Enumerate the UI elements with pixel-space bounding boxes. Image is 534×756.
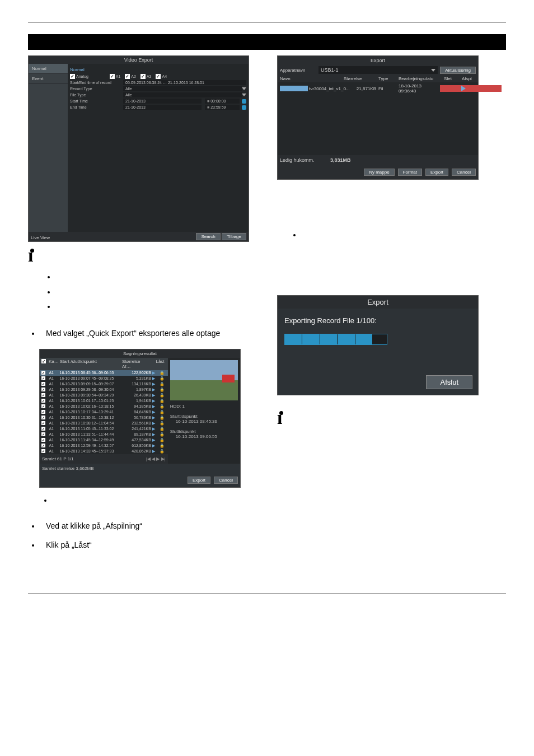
analog-label: Analog [76, 74, 88, 78]
checkbox-row[interactable]: ✓ [41, 388, 45, 391]
checkbox-row[interactable]: ✓ [41, 444, 45, 447]
top-rule [28, 22, 506, 23]
file-icon [280, 86, 308, 91]
pager-nav[interactable]: |◀ ◀ ▶ ▶| [146, 456, 166, 461]
format-button[interactable]: Format [398, 169, 422, 176]
result-row[interactable]: ✓A116-10-2013 14:33:45--15:37:33428,062K… [40, 449, 168, 454]
chevron-down-icon [431, 69, 435, 72]
sub-bullet [56, 272, 249, 282]
window-title: Video Export [29, 56, 249, 64]
result-row[interactable]: ✓A116-10-2013 08:45:36--09:06:55122,902K… [40, 370, 168, 376]
sidebar-item-normal[interactable]: Normal [29, 64, 68, 74]
result-row[interactable]: ✓A116-10-2013 09:07:45--09:08:255,331KB▶… [40, 376, 168, 381]
checkbox-row[interactable]: ✓ [41, 399, 45, 403]
free-space-value: 3,831MB [330, 157, 351, 163]
file-type-select[interactable]: Alle [123, 92, 242, 97]
search-result-window: Søgningsresultat ✓ Ka… Start-/sluttidspu… [39, 349, 241, 488]
checkbox-row[interactable]: ✓ [41, 382, 45, 386]
info-icon: ı [28, 250, 33, 261]
sidebar-item-event[interactable]: Event [29, 74, 68, 84]
live-view-link[interactable]: Live View [31, 235, 50, 240]
back-button[interactable]: Tilbage [222, 233, 246, 240]
export-button[interactable]: Export [188, 477, 210, 484]
refresh-button[interactable]: Aktualisering [440, 67, 476, 74]
checkbox-row[interactable]: ✓ [41, 449, 45, 453]
checkbox-row[interactable]: ✓ [41, 438, 45, 442]
export-title: Export [278, 56, 478, 65]
search-button[interactable]: Search [196, 233, 220, 240]
checkbox-all[interactable]: ✓ [41, 359, 46, 363]
cancel-button[interactable]: Cancel [452, 169, 476, 176]
cancel-button[interactable]: Cancel [214, 477, 238, 484]
start-date[interactable]: 21-10-2013 [123, 99, 202, 104]
empty-bullet [302, 230, 479, 239]
result-row[interactable]: ✓A116-10-2013 10:38:12--11:04:54232,561K… [40, 421, 168, 426]
checkbox-a3[interactable]: ✓ [140, 74, 146, 79]
checkbox-row[interactable]: ✓ [41, 371, 45, 375]
panel-title: Normal [70, 66, 246, 73]
section-header-bar [28, 34, 506, 50]
sub-bullet [56, 302, 249, 312]
end-time[interactable]: ■ 23:59:59 [205, 105, 240, 110]
result-row[interactable]: ✓A116-10-2013 10:02:16--10:18:1594,385KB… [40, 404, 168, 409]
result-row[interactable]: ✓A116-10-2013 10:01:17--10:01:251,941KB▶… [40, 398, 168, 404]
playback-text: Ved at klikke på „Afspilning“ [40, 521, 249, 530]
result-row[interactable]: ✓A116-10-2013 09:30:54--09:34:2926,439KB… [40, 393, 168, 398]
search-result-title: Søgningsresultat [40, 349, 240, 358]
checkbox-row[interactable]: ✓ [41, 410, 45, 414]
checkbox-row[interactable]: ✓ [41, 416, 45, 419]
hdd-label: HDD: 1 [170, 404, 238, 409]
checkbox-row[interactable]: ✓ [41, 376, 45, 380]
progress-title: Export [278, 296, 478, 309]
lock-text: Klik på „Låst“ [40, 540, 249, 549]
info-icon: ı [277, 412, 282, 423]
result-row[interactable]: ✓A116-10-2013 10:17:04--10:29:4184,645KB… [40, 409, 168, 415]
checkbox-a1[interactable]: ✓ [110, 74, 115, 79]
record-range: 05-09-2013 08:38:24 … 21-10-2013 16:28:0… [123, 80, 246, 85]
result-row[interactable]: ✓A116-10-2013 11:33:51--11:44:4489,187KB… [40, 432, 168, 437]
empty-bullet [53, 496, 249, 505]
checkbox-row[interactable]: ✓ [41, 421, 45, 425]
checkbox-analog[interactable]: ✓ [70, 74, 75, 79]
checkbox-row[interactable]: ✓ [41, 427, 45, 431]
finish-button[interactable]: Afslut [426, 375, 472, 389]
new-folder-button[interactable]: Ny mappe [364, 169, 394, 176]
result-row[interactable]: ✓A116-10-2013 09:09:15--09:29:07134,116K… [40, 381, 168, 387]
result-row[interactable]: ✓A116-10-2013 11:05:45--11:33:02241,421K… [40, 426, 168, 432]
result-row[interactable]: ✓A116-10-2013 10:30:31--10:38:1256,786KB… [40, 415, 168, 421]
checkbox-row[interactable]: ✓ [41, 432, 45, 436]
pager-text: Samlet 61 P 1/1 [42, 456, 74, 461]
sub-bullet [56, 287, 249, 297]
preview-thumbnail [170, 360, 238, 400]
play-icon[interactable] [461, 86, 523, 91]
page-footer [28, 593, 506, 596]
export-button[interactable]: Export [425, 169, 448, 176]
clock-icon[interactable] [242, 99, 246, 104]
clock-icon[interactable] [242, 105, 246, 110]
export-destination-window: Export Apparatnavn USB1-1 Aktualisering … [277, 55, 479, 180]
progress-bar [284, 334, 387, 345]
checkbox-a2[interactable]: ✓ [125, 74, 130, 79]
result-row[interactable]: ✓A116-10-2013 09:29:58--09:30:041,897KB▶… [40, 387, 168, 393]
quick-export-text: Med valget „Quick Export“ eksporteres al… [40, 329, 249, 338]
file-row[interactable]: tvr30004_int_v1_0... 21,871KB Fil 18-10-… [278, 82, 478, 95]
start-time[interactable]: ■ 00:00:00 [205, 99, 240, 104]
checkbox-a4[interactable]: ✓ [156, 74, 161, 79]
device-select[interactable]: USB1-1 [318, 66, 438, 74]
total-size: Samlet størrelse 3,662MB [40, 464, 240, 473]
export-progress-window: Export Exporting Record File 1/100: Afsl… [277, 295, 479, 395]
checkbox-row[interactable]: ✓ [41, 393, 45, 397]
end-date[interactable]: 21-10-2013 [123, 105, 202, 110]
video-export-window: Video Export Normal Event Normal ✓Analog… [28, 55, 249, 242]
record-type-select[interactable]: Alle [123, 86, 242, 91]
checkbox-row[interactable]: ✓ [41, 404, 45, 408]
progress-message: Exporting Record File 1/100: [284, 316, 471, 325]
result-row[interactable]: ✓A116-10-2013 12:59:49--14:32:57612,856K… [40, 443, 168, 449]
result-row[interactable]: ✓A116-10-2013 11:45:34--12:59:49477,534K… [40, 437, 168, 443]
